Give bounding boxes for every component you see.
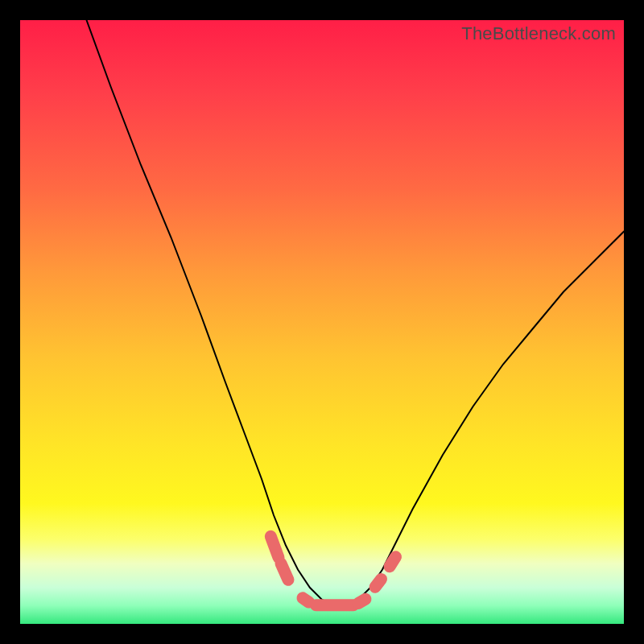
bottleneck-curve <box>87 20 625 606</box>
curve-path <box>87 20 625 606</box>
curve-marker <box>270 536 279 557</box>
curve-marker <box>375 580 382 588</box>
curve-marker <box>358 599 365 603</box>
curve-marker <box>390 557 396 567</box>
curve-marker <box>303 598 309 602</box>
chart-overlay <box>20 20 624 624</box>
chart-frame: TheBottleneck.com <box>0 0 644 644</box>
curve-marker <box>281 564 288 580</box>
chart-plot-area: TheBottleneck.com <box>20 20 624 624</box>
curve-markers <box>270 536 395 605</box>
